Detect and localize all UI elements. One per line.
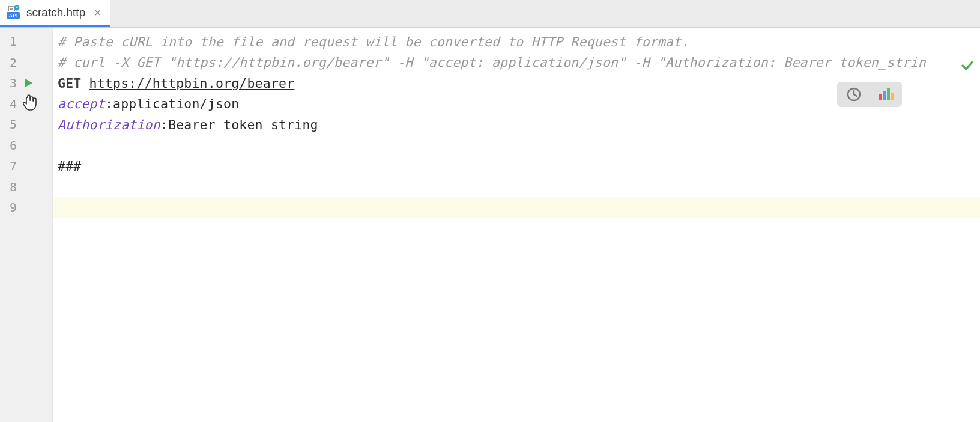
comment-text: # curl -X GET "https://httpbin.org/beare… (58, 55, 926, 70)
svg-marker-3 (25, 79, 32, 87)
code-line (53, 135, 980, 156)
code-line-current (53, 197, 980, 218)
colon: : (160, 117, 168, 132)
header-name: Authorization (58, 117, 160, 132)
header-value: application/json (113, 96, 239, 111)
request-separator: ### (58, 159, 81, 174)
http-file-icon: API (6, 5, 22, 20)
comment-text: # Paste cURL into the file and request w… (58, 34, 689, 49)
tab-title: scratch.http (26, 6, 85, 19)
line-number: 8 (4, 180, 17, 194)
line-number: 2 (4, 55, 17, 70)
tab-scratch-http[interactable]: API scratch.http ✕ (0, 0, 110, 27)
svg-rect-7 (887, 88, 890, 100)
code-line: ### (53, 156, 980, 177)
line-number: 9 (4, 200, 17, 215)
gutter: 1 2 3 4 5 6 7 8 9 (0, 28, 53, 422)
history-icon[interactable] (845, 86, 862, 103)
code-line: # curl -X GET "https://httpbin.org/beare… (53, 52, 980, 73)
code-line: # Paste cURL into the file and request w… (53, 31, 980, 52)
line-number: 1 (4, 34, 17, 49)
svg-rect-6 (883, 91, 886, 100)
svg-rect-5 (879, 94, 882, 100)
stats-icon[interactable] (877, 86, 894, 103)
tab-bar: API scratch.http ✕ (0, 0, 980, 28)
editor: 1 2 3 4 5 6 7 8 9 # Paste cURL into the … (0, 28, 980, 422)
svg-text:API: API (8, 13, 17, 19)
svg-rect-8 (891, 93, 894, 100)
code-line: Authorization: Bearer token_string (53, 114, 980, 135)
http-method: GET (58, 76, 81, 91)
request-url[interactable]: https://httpbin.org/bearer (89, 76, 295, 91)
line-number: 5 (4, 117, 17, 132)
line-number: 7 (4, 159, 17, 173)
line-number: 4 (4, 97, 17, 111)
line-number: 6 (4, 138, 17, 153)
header-name: accept (58, 96, 105, 111)
header-value: Bearer token_string (168, 117, 318, 132)
run-icon[interactable] (24, 78, 34, 88)
colon: : (105, 96, 113, 111)
inspection-ok-icon[interactable] (961, 59, 974, 72)
close-icon[interactable]: ✕ (94, 7, 101, 19)
request-tools (837, 82, 902, 107)
code-line (53, 177, 980, 198)
line-number: 3 (4, 76, 17, 90)
